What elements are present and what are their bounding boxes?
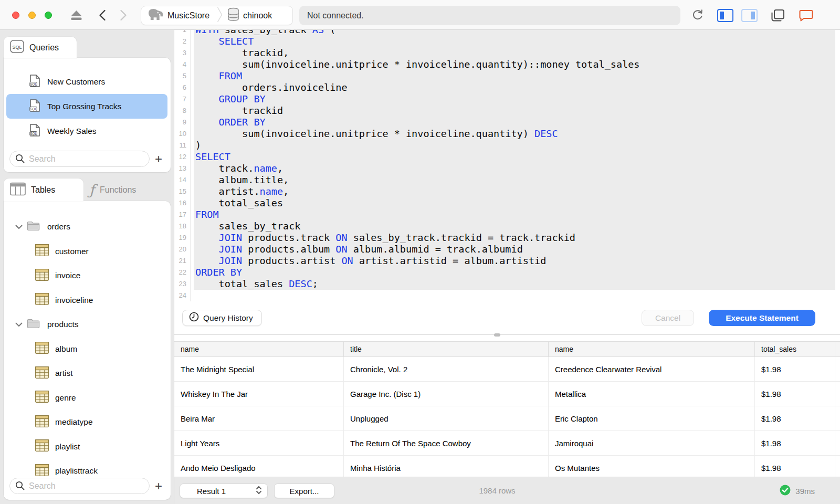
table-item[interactable]: customer [4, 239, 171, 264]
main-panel: 1WITH sales_by_track AS (2 SELECT3 track… [174, 30, 840, 504]
chevron-down-icon[interactable] [15, 320, 23, 329]
queries-tab-label: Queries [29, 43, 59, 52]
schema-folder[interactable]: orders [4, 215, 171, 239]
export-button[interactable]: Export... [274, 484, 334, 498]
folder-icon [27, 318, 40, 331]
row-count: 1984 rows [458, 486, 537, 495]
line-number: 2 [174, 36, 191, 47]
stepper-icon [256, 486, 262, 496]
query-history-button[interactable]: Query History [182, 310, 262, 326]
connection-status: Not connected. [299, 6, 680, 25]
code-text: FROM [194, 209, 835, 220]
query-list-item[interactable]: SQLWeekly Sales [6, 119, 167, 143]
refresh-icon[interactable] [691, 8, 705, 22]
query-list-item[interactable]: SQLNew Customers [6, 69, 167, 94]
tab-tables[interactable]: Tables [4, 178, 83, 201]
line-number: 5 [174, 70, 191, 82]
table-item[interactable]: invoice [4, 264, 171, 288]
table-cell: Garage Inc. (Disc 1) [344, 382, 549, 406]
breadcrumb-connection[interactable]: MusicStore [146, 7, 209, 24]
code-line: 19 JOIN products.track ON sales_by_track… [174, 232, 840, 244]
code-text: FROM [194, 70, 835, 82]
result-selector[interactable]: Result 1 [180, 484, 268, 498]
column-header[interactable]: title [344, 342, 549, 356]
breadcrumb-database[interactable]: chinook [227, 7, 272, 24]
table-icon [35, 293, 49, 307]
sql-editor[interactable]: 1WITH sales_by_track AS (2 SELECT3 track… [174, 30, 840, 301]
query-name: Weekly Sales [47, 127, 97, 136]
table-cell: Jamiroquai [549, 431, 755, 455]
code-line: 17FROM [174, 209, 840, 220]
table-name: album [55, 344, 77, 354]
table-name: playlisttrack [55, 466, 98, 476]
line-number: 14 [174, 174, 191, 186]
add-table-button[interactable]: + [150, 478, 167, 494]
table-cell: $1.98 [755, 382, 835, 406]
table-cell: Metallica [549, 382, 755, 406]
folder-icon [27, 220, 40, 233]
table-item[interactable]: invoiceline [4, 288, 171, 313]
code-line: 21 JOIN products.artist ON artist.artist… [174, 255, 840, 267]
code-line: 6 orders.invoiceline [174, 82, 840, 93]
search-icon [15, 154, 25, 166]
table-row[interactable]: The Midnight SpecialChronicle, Vol. 2Cre… [174, 357, 840, 382]
table-icon [35, 366, 49, 381]
column-header[interactable]: name [174, 342, 344, 356]
line-number: 11 [174, 140, 191, 151]
line-number: 9 [174, 117, 191, 128]
add-query-button[interactable]: + [150, 151, 167, 167]
column-header[interactable]: name [549, 342, 755, 356]
clock-icon [189, 312, 199, 324]
line-number: 6 [174, 82, 191, 93]
close-window-button[interactable] [12, 12, 19, 19]
cancel-button[interactable]: Cancel [642, 310, 694, 326]
minimize-window-button[interactable] [28, 12, 36, 19]
sidebar-right-icon[interactable] [741, 9, 758, 22]
table-item[interactable]: album [4, 337, 171, 362]
table-item[interactable]: artist [4, 361, 171, 386]
table-icon [35, 439, 49, 454]
line-number: 20 [174, 244, 191, 255]
column-header[interactable]: total_sales [755, 342, 835, 356]
table-row[interactable]: Ando Meio DesligadoMinha HistóriaOs Muta… [174, 456, 840, 477]
tab-functions[interactable]: ƒ Functions [84, 178, 152, 201]
back-icon[interactable] [99, 9, 106, 21]
line-number: 10 [174, 128, 191, 140]
line-number: 1 [174, 30, 191, 36]
table-cell: The Midnight Special [174, 357, 344, 381]
function-icon: ƒ [89, 182, 94, 198]
line-number: 13 [174, 163, 191, 174]
splitter-handle-icon[interactable] [494, 333, 500, 337]
query-duration: 39ms [795, 487, 815, 496]
tables-tab-label: Tables [31, 185, 55, 195]
windows-icon[interactable] [770, 8, 786, 23]
schema-folder[interactable]: products [4, 312, 171, 337]
table-item[interactable]: genre [4, 386, 171, 411]
code-line: 8 trackid [174, 105, 840, 117]
queries-search-input[interactable] [9, 151, 150, 167]
chat-icon[interactable] [798, 9, 814, 22]
execute-statement-button[interactable]: Execute Statement [709, 310, 815, 326]
tab-queries[interactable]: SQL Queries [4, 37, 77, 58]
tables-search-input[interactable] [9, 478, 150, 494]
line-number: 24 [174, 290, 191, 301]
code-text [194, 290, 835, 301]
table-row[interactable]: Beira MarUnpluggedEric Clapton$1.98 [174, 406, 840, 431]
table-cell: Whiskey In The Jar [174, 382, 344, 406]
chevron-down-icon[interactable] [15, 222, 23, 232]
table-row[interactable]: Whiskey In The JarGarage Inc. (Disc 1)Me… [174, 382, 840, 406]
table-icon [35, 244, 49, 258]
sidebar-left-icon[interactable] [717, 9, 733, 22]
table-item[interactable]: mediatype [4, 410, 171, 435]
table-icon [35, 269, 49, 283]
sidebar: SQL Queries SQLNew CustomersSQLTop Gross… [0, 30, 174, 504]
eject-icon[interactable] [70, 9, 83, 22]
zoom-window-button[interactable] [45, 12, 52, 19]
query-list-item[interactable]: SQLTop Grossing Tracks [6, 94, 167, 119]
pane-splitter[interactable] [174, 334, 840, 335]
line-number: 4 [174, 59, 191, 70]
code-text: track.name, [194, 163, 835, 174]
table-row[interactable]: Light YearsThe Return Of The Space Cowbo… [174, 431, 840, 456]
table-item[interactable]: playlist [4, 435, 171, 459]
forward-icon[interactable] [120, 9, 127, 21]
